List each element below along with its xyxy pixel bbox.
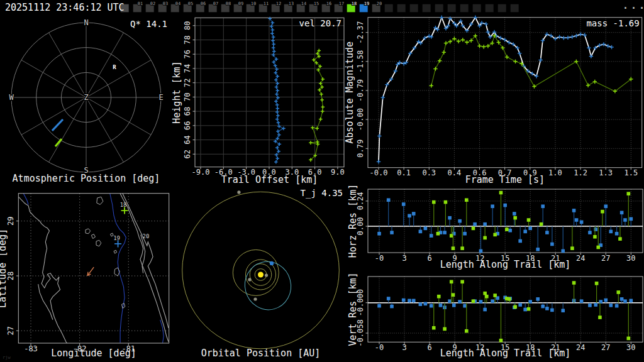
frame-box-empty[interactable] xyxy=(473,4,481,13)
y-axis-label: Latitude [deg] xyxy=(0,229,8,308)
y-axis-label: Height [km] xyxy=(171,61,182,123)
x-axis-label: Length Along Trail [km] xyxy=(440,348,571,359)
y-tick: 68 xyxy=(183,107,192,116)
y-tick: 72 xyxy=(183,78,192,87)
y-axis-label: Absolute Magnitude xyxy=(344,41,355,144)
frame-label-02: 02 xyxy=(150,1,155,6)
y-tick: -1.58 xyxy=(356,50,365,73)
frame-label-16: 16 xyxy=(326,1,331,6)
map-chart: 181920-83-82-81272829Longitude [deg]Lati… xyxy=(0,194,169,360)
x-tick: 1.0 xyxy=(548,168,562,177)
chart-title: Orbital Position [AU] xyxy=(201,348,321,359)
frame-box-empty[interactable] xyxy=(410,4,418,13)
planet-dot xyxy=(253,297,257,300)
frame-label-08: 08 xyxy=(226,1,231,6)
frame-label-09: 09 xyxy=(238,1,243,6)
x-tick: 0.3 xyxy=(422,168,436,177)
frame-label-10: 10 xyxy=(251,1,256,6)
x-tick: 1.3 xyxy=(599,168,613,177)
frame-label-12: 12 xyxy=(276,1,281,6)
y-tick: -0.79 xyxy=(356,79,365,102)
horz_res-chart: -0369121518212427300.000.24Length Along … xyxy=(347,184,643,270)
frame-box-empty[interactable] xyxy=(435,4,443,13)
station-label-19: 19 xyxy=(113,235,120,241)
x-axis-label: Length Along Trail [km] xyxy=(440,259,571,270)
sun-dot xyxy=(258,272,264,278)
y-tick: 78 xyxy=(183,35,192,44)
x-tick: -0.0 xyxy=(370,168,388,177)
planet-dot xyxy=(248,278,251,281)
x-tick: -0 xyxy=(375,343,384,352)
utc-timestamp: 20251112 23:46:12 UTC xyxy=(5,2,125,13)
magnitude-chart: -0.00.10.30.40.60.70.91.01.21.31.5-2.37-… xyxy=(344,16,642,186)
annotation: Q* 14.1 xyxy=(130,19,167,29)
y-tick: 64 xyxy=(183,135,192,144)
station-label-20: 20 xyxy=(142,233,149,239)
frame-label-03: 03 xyxy=(163,1,168,6)
chart-title: Atmospheric Position [deg] xyxy=(13,173,160,184)
frame-label-05: 05 xyxy=(188,1,193,6)
radiant-marker: R xyxy=(113,64,116,70)
y-tick: 74 xyxy=(183,64,192,73)
frame-label-20: 20 xyxy=(377,1,382,6)
y-tick: 29 xyxy=(6,216,15,225)
y-tick: 70 xyxy=(183,92,192,101)
x-tick: 1.5 xyxy=(624,168,638,177)
frame-box-empty[interactable] xyxy=(385,4,393,13)
frame-label-14: 14 xyxy=(301,1,306,6)
x-tick: 30 xyxy=(626,343,635,352)
annotation: T_j 4.35 xyxy=(301,188,343,199)
x-tick: -83 xyxy=(24,344,38,353)
frame-label-11: 11 xyxy=(264,1,269,6)
y-tick: 76 xyxy=(183,50,192,58)
y-tick: -2.37 xyxy=(356,21,365,44)
y-tick: 66 xyxy=(183,121,192,130)
x-axis-label: Frame Time [s] xyxy=(465,174,545,185)
compass-e: E xyxy=(158,93,163,102)
frame-label-17: 17 xyxy=(339,1,344,6)
overflow-menu-icon[interactable]: ... xyxy=(623,0,644,11)
x-tick: -9.0 xyxy=(192,168,210,177)
x-tick: -0 xyxy=(375,254,384,263)
frame-box-empty[interactable] xyxy=(397,4,406,13)
atmospheric-chart: NSWEZRQ* 14.1Atmospheric Position [deg] xyxy=(9,18,167,184)
y-tick: 80 xyxy=(183,21,192,30)
frame-label-13: 13 xyxy=(289,1,294,6)
frame-label-04: 04 xyxy=(175,1,180,6)
meteoroid-dot xyxy=(270,261,274,265)
frame-label-07: 07 xyxy=(213,1,218,6)
y-tick: 27 xyxy=(6,326,15,335)
meteoroid-orbit xyxy=(240,256,296,315)
meteor-analysis-dashboard: 0102030405060708091011121314151617181920… xyxy=(0,0,644,362)
frame-box-empty[interactable] xyxy=(498,4,506,13)
station-label-18: 18 xyxy=(120,202,127,208)
x-tick: 27 xyxy=(601,254,610,263)
x-axis-label: Longitude [deg] xyxy=(51,348,136,359)
y-tick: 0.79 xyxy=(356,140,365,158)
orbit-chart: T_j 4.35Orbital Position [AU] xyxy=(182,188,343,359)
frame-box-empty[interactable] xyxy=(460,4,469,13)
map-content: 181920 xyxy=(18,194,169,344)
x-tick: 24 xyxy=(576,254,585,263)
orbit-jupiter xyxy=(182,192,340,349)
frame-label-18: 18 xyxy=(352,1,357,6)
x-tick: 0.1 xyxy=(397,168,411,177)
frame-box-empty[interactable] xyxy=(448,4,456,13)
frame-strip: 0102030405060708091011121314151617181920 xyxy=(121,1,519,12)
planet-dot xyxy=(237,190,240,194)
trail-chart: -9.0-6.0-3.00.03.06.09.06264666870727476… xyxy=(171,17,345,185)
planet-dot xyxy=(265,273,268,277)
frame-box-empty[interactable] xyxy=(511,4,519,13)
y-tick: -0.00 xyxy=(356,108,365,131)
x-tick: 27 xyxy=(601,343,610,352)
frame-label-06: 06 xyxy=(201,1,206,6)
dashboard-canvas: 0102030405060708091011121314151617181920… xyxy=(0,0,644,362)
x-tick: 6 xyxy=(427,254,431,263)
frame-box-empty[interactable] xyxy=(423,4,431,13)
annotation: vel 20.7 xyxy=(299,18,341,28)
annotation: mass -1.69 xyxy=(586,18,639,28)
x-axis-label: Trail Offset [km] xyxy=(221,174,318,185)
frame-label-01: 01 xyxy=(138,1,143,6)
frame-box-empty[interactable] xyxy=(486,4,494,13)
x-tick: 9.0 xyxy=(331,168,345,177)
